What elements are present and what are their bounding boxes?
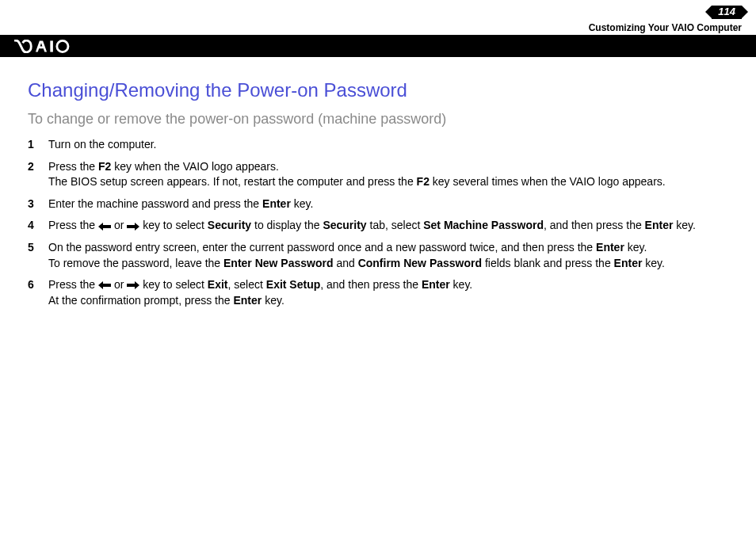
step-item: 4Press the or key to select Security to … [28,218,728,234]
step-item: 2Press the F2 key when the VAIO logo app… [28,159,728,190]
vaio-logo-icon [14,40,82,53]
step-text: Enter the machine password and press the… [48,196,728,212]
svg-point-1 [57,40,68,51]
step-number: 4 [28,218,48,234]
arrow-left-icon [98,280,111,291]
arrow-right-icon [127,221,139,232]
page-heading: Changing/Removing the Power-on Password [28,79,728,101]
svg-rect-0 [50,40,53,51]
step-number: 3 [28,196,48,212]
step-item: 1Turn on the computer. [28,137,728,153]
brand-bar [0,35,756,57]
arrow-left-icon [98,221,111,232]
step-number: 6 [28,277,48,308]
main-content: Changing/Removing the Power-on Password … [0,57,756,308]
step-item: 3Enter the machine password and press th… [28,196,728,212]
page-number-badge[interactable]: 114 [712,6,742,19]
step-text: On the password entry screen, enter the … [48,240,728,271]
step-number: 2 [28,159,48,190]
page-subheading: To change or remove the power-on passwor… [28,111,728,128]
arrow-right-icon [127,280,139,291]
step-item: 6Press the or key to select Exit, select… [28,277,728,308]
section-title: Customizing Your VAIO Computer [0,22,756,33]
step-text: Press the or key to select Security to d… [48,218,728,234]
step-text: Turn on the computer. [48,137,728,153]
page-header-nav: 114 [0,0,756,24]
step-text: Press the or key to select Exit, select … [48,277,728,308]
step-item: 5On the password entry screen, enter the… [28,240,728,271]
step-list: 1Turn on the computer.2Press the F2 key … [28,137,728,308]
step-text: Press the F2 key when the VAIO logo appe… [48,159,728,190]
step-number: 5 [28,240,48,271]
step-number: 1 [28,137,48,153]
